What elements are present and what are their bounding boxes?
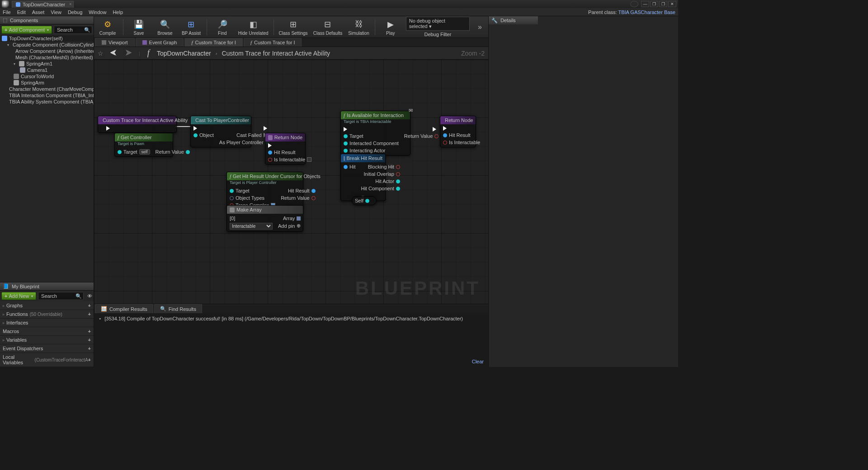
- tab-compiler-results[interactable]: 🪟Compiler Results: [95, 304, 153, 313]
- node-break-hit-result[interactable]: Break Hit Result Hit Blocking Hit Initia…: [340, 154, 386, 201]
- toolbar-overflow-button[interactable]: »: [474, 23, 486, 31]
- node-return-1[interactable]: Return Node Hit Result Is Interactable: [265, 133, 306, 164]
- parent-class-link[interactable]: TBIA GASCharacter Base: [618, 9, 675, 15]
- blueprint-watermark: BLUEPRINT: [355, 277, 480, 299]
- breadcrumb-class[interactable]: TopDownCharacter: [157, 50, 211, 57]
- springarm-icon: [14, 80, 19, 85]
- hide-unrelated-button[interactable]: ◧Hide Unrelated: [238, 18, 269, 37]
- class-settings-button[interactable]: ⊞Class Settings: [278, 18, 308, 37]
- myblueprint-search-input[interactable]: Search🔍: [38, 292, 84, 300]
- node-make-array[interactable]: Make Array [0] Interactable Array Add pi…: [226, 205, 303, 232]
- maximize-button[interactable]: ❐: [650, 1, 658, 7]
- graph-canvas[interactable]: Custom Trace for Interact Active Ability…: [94, 60, 488, 304]
- add-icon[interactable]: +: [88, 329, 91, 334]
- menu-help[interactable]: Help: [113, 9, 123, 15]
- add-icon[interactable]: +: [88, 311, 91, 317]
- myblueprint-panel-tab[interactable]: 📘 My Blueprint: [0, 282, 94, 291]
- node-self[interactable]: Self: [352, 196, 377, 205]
- close-icon[interactable]: ×: [69, 2, 71, 6]
- menu-window[interactable]: Window: [89, 9, 106, 15]
- add-icon[interactable]: +: [88, 346, 91, 351]
- log-icon: 🪟: [101, 306, 107, 312]
- tab-event-graph[interactable]: Event Graph: [136, 38, 184, 47]
- debug-object-select[interactable]: No debug object selected ▾: [406, 17, 470, 31]
- components-panel-tab[interactable]: ⬚ Components: [0, 16, 94, 24]
- category-graphs[interactable]: ▹Graphs+: [0, 301, 94, 310]
- menu-edit[interactable]: Edit: [17, 9, 26, 15]
- function-icon: f: [250, 40, 252, 45]
- tab-viewport[interactable]: Viewport: [95, 38, 135, 47]
- component-item[interactable]: TBIA Interaction Component (TBIA_Intera: [0, 92, 94, 99]
- tab-find-results[interactable]: 🔍Find Results: [154, 304, 202, 313]
- component-item[interactable]: Character Movement (CharMoveComp) (I: [0, 86, 94, 92]
- play-button[interactable]: ▶Play: [380, 18, 401, 37]
- blueprint-icon: [16, 2, 20, 7]
- category-local-variables[interactable]: Local Variables(CustomTraceForInteractA+: [0, 353, 94, 367]
- tab-custom-trace-1[interactable]: fCustom Trace for I: [184, 38, 243, 47]
- simulation-button[interactable]: ⛓Simulation: [347, 18, 370, 37]
- blueprint-icon: [2, 36, 7, 41]
- close-button[interactable]: ✕: [668, 1, 676, 7]
- find-icon: 🔎: [216, 19, 229, 30]
- details-panel-tab[interactable]: 🔧 Details: [489, 16, 538, 24]
- category-macros[interactable]: Macros+: [0, 327, 94, 336]
- component-item[interactable]: TBIA Ability System Component (TBIA_Al: [0, 99, 94, 105]
- favorite-icon[interactable]: ☆: [98, 50, 104, 57]
- category-event-dispatchers[interactable]: Event Dispatchers+: [0, 344, 94, 353]
- array-element-select[interactable]: Interactable: [230, 223, 273, 230]
- node-get-hit-result[interactable]: fGet Hit Result Under Cursor for Objects…: [226, 172, 303, 210]
- breadcrumb-function[interactable]: Custom Trace for Interact Active Ability: [222, 50, 330, 57]
- add-pin-icon[interactable]: ⊕: [297, 223, 301, 229]
- add-icon[interactable]: +: [88, 303, 91, 308]
- add-icon[interactable]: +: [88, 357, 91, 362]
- category-interfaces[interactable]: ▹Interfaces: [0, 319, 94, 327]
- nav-back-button[interactable]: ⮜: [108, 49, 119, 57]
- log-line[interactable]: [3534.18] Compile of TopDownCharacter su…: [104, 316, 463, 321]
- menu-asset[interactable]: Asset: [32, 9, 45, 15]
- category-functions[interactable]: ▹Functions(50 Overridable)+: [0, 310, 94, 319]
- add-icon[interactable]: +: [88, 337, 91, 343]
- nav-forward-button[interactable]: ⮞: [123, 49, 134, 57]
- function-icon: f: [191, 40, 193, 45]
- menu-file[interactable]: File: [3, 9, 11, 15]
- asset-tab[interactable]: TopDownCharacter ×: [12, 1, 74, 8]
- bpassist-button[interactable]: ⊞BP Assist: [180, 18, 202, 37]
- save-button[interactable]: 💾Save: [128, 18, 150, 37]
- component-item[interactable]: ▾Capsule Component (CollisionCylinder) (: [0, 42, 94, 48]
- menu-debug[interactable]: Debug: [68, 9, 82, 15]
- component-root[interactable]: TopDownCharacter(self): [0, 35, 94, 42]
- node-function-entry[interactable]: Custom Trace for Interact Active Ability: [98, 116, 177, 133]
- minimize-button[interactable]: —: [641, 1, 649, 7]
- menu-view[interactable]: View: [51, 9, 61, 15]
- component-item[interactable]: ▾SpringArm1: [0, 61, 94, 67]
- tab-custom-trace-2[interactable]: fCustom Trace for I: [244, 38, 302, 47]
- components-search-input[interactable]: Search🔍: [54, 26, 92, 34]
- node-is-available[interactable]: fIs Available for Interaction✉ Target is…: [340, 111, 410, 155]
- bpassist-icon: ⊞: [185, 19, 198, 30]
- class-defaults-button[interactable]: ⊟Class Defaults: [313, 18, 343, 37]
- find-button[interactable]: 🔎Find: [212, 18, 233, 37]
- clear-log-button[interactable]: Clear: [472, 359, 484, 364]
- add-component-button[interactable]: +Add Component▾: [1, 26, 52, 34]
- component-item[interactable]: SpringArm: [0, 80, 94, 86]
- component-item[interactable]: Mesh (CharacterMesh0) (Inherited): [0, 54, 94, 61]
- browse-button[interactable]: 🔍Browse: [154, 18, 176, 37]
- node-get-controller[interactable]: fGet Controller Target is Pawn Targetsel…: [114, 133, 173, 157]
- settings-icon: ⊞: [287, 19, 300, 30]
- camera-icon: [20, 67, 25, 73]
- compiler-log: • [3534.18] Compile of TopDownCharacter …: [94, 313, 488, 367]
- node-cast-playercontroller[interactable]: Cast To PlayerController Object Cast Fai…: [190, 116, 251, 147]
- compile-button[interactable]: ⚙Compile: [97, 18, 118, 37]
- component-item[interactable]: Camera1: [0, 67, 94, 73]
- component-item[interactable]: CursorToWorld: [0, 73, 94, 80]
- simulation-icon: ⛓: [353, 19, 365, 30]
- book-icon: 📘: [3, 283, 9, 289]
- components-tree: TopDownCharacter(self) ▾Capsule Componen…: [0, 35, 94, 282]
- add-new-button[interactable]: +Add New▾: [1, 292, 36, 300]
- restore-button[interactable]: ❐: [659, 1, 667, 7]
- source-control-icon[interactable]: [630, 1, 638, 7]
- category-variables[interactable]: ▹Variables+: [0, 336, 94, 344]
- node-return-2[interactable]: Return Node Hit Result Is Interactable: [440, 116, 476, 147]
- eye-icon[interactable]: 👁: [87, 293, 92, 299]
- component-item[interactable]: Arrow Component (Arrow) (Inherited): [0, 48, 94, 54]
